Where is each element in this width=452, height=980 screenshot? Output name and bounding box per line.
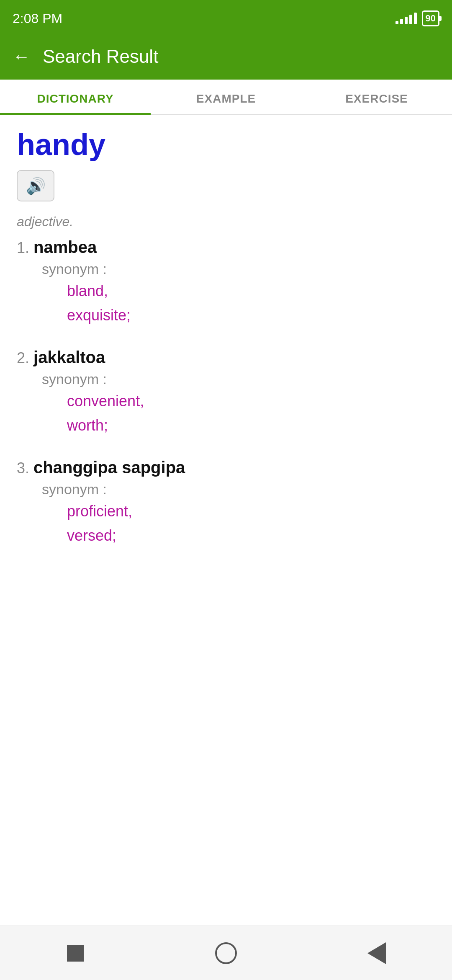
tab-bar: DICTIONARY EXAMPLE EXERCISE bbox=[0, 80, 452, 115]
def-num-1: 1. bbox=[17, 239, 29, 257]
synonym-word-2-0[interactable]: convenient, bbox=[67, 389, 435, 413]
synonym-word-2-1[interactable]: worth; bbox=[67, 413, 435, 438]
definition-3: 3. changgipa sapgipa synonym : proficien… bbox=[17, 458, 435, 547]
synonym-word-3-1[interactable]: versed; bbox=[67, 524, 435, 548]
recent-apps-icon bbox=[67, 945, 84, 962]
definition-2: 2. jakkaltoa synonym : convenient, worth… bbox=[17, 348, 435, 437]
speaker-icon: 🔊 bbox=[26, 177, 46, 195]
definition-1: 1. nambea synonym : bland, exquisite; bbox=[17, 238, 435, 327]
tab-dictionary[interactable]: DICTIONARY bbox=[0, 80, 151, 114]
synonym-row-1: synonym : bland, exquisite; bbox=[17, 261, 435, 327]
def-word-2: jakkaltoa bbox=[33, 348, 105, 367]
synonym-words-1: bland, exquisite; bbox=[42, 279, 435, 327]
synonym-word-3-0[interactable]: proficient, bbox=[67, 499, 435, 524]
status-bar: 2:08 PM 90 bbox=[0, 0, 452, 34]
tab-exercise[interactable]: EXERCISE bbox=[301, 80, 452, 114]
audio-button[interactable]: 🔊 bbox=[17, 170, 54, 201]
back-button[interactable]: ← bbox=[13, 48, 30, 65]
synonym-word-1-0[interactable]: bland, bbox=[67, 279, 435, 303]
synonym-label-2: synonym : bbox=[42, 371, 435, 387]
synonym-row-3: synonym : proficient, versed; bbox=[17, 481, 435, 547]
def-word-3: changgipa sapgipa bbox=[33, 458, 185, 477]
main-content: handy 🔊 adjective. 1. nambea synonym : b… bbox=[0, 115, 452, 926]
synonym-words-3: proficient, versed; bbox=[42, 499, 435, 547]
synonym-words-2: convenient, worth; bbox=[42, 389, 435, 437]
nav-home-button[interactable] bbox=[211, 939, 241, 968]
word-title: handy bbox=[17, 127, 435, 162]
signal-icon bbox=[396, 13, 417, 24]
synonym-row-2: synonym : convenient, worth; bbox=[17, 371, 435, 437]
back-icon bbox=[367, 942, 386, 964]
def-num-3: 3. bbox=[17, 459, 29, 477]
synonym-word-1-1[interactable]: exquisite; bbox=[67, 303, 435, 328]
synonym-label-3: synonym : bbox=[42, 481, 435, 498]
def-word-1: nambea bbox=[33, 238, 97, 257]
definition-number-row-3: 3. changgipa sapgipa bbox=[17, 458, 435, 477]
app-bar: ← Search Result bbox=[0, 34, 452, 80]
battery-icon: 90 bbox=[422, 10, 439, 26]
nav-bar bbox=[0, 926, 452, 980]
definition-number-row-1: 1. nambea bbox=[17, 238, 435, 257]
definition-number-row-2: 2. jakkaltoa bbox=[17, 348, 435, 367]
status-time: 2:08 PM bbox=[13, 11, 62, 26]
tab-example[interactable]: EXAMPLE bbox=[151, 80, 301, 114]
page-title: Search Result bbox=[43, 46, 158, 67]
nav-back-button[interactable] bbox=[362, 939, 391, 968]
part-of-speech: adjective. bbox=[17, 214, 435, 230]
nav-recent-button[interactable] bbox=[61, 939, 90, 968]
home-icon bbox=[215, 942, 237, 964]
synonym-label-1: synonym : bbox=[42, 261, 435, 277]
status-icons: 90 bbox=[396, 10, 439, 26]
battery-level: 90 bbox=[426, 13, 436, 24]
def-num-2: 2. bbox=[17, 349, 29, 367]
